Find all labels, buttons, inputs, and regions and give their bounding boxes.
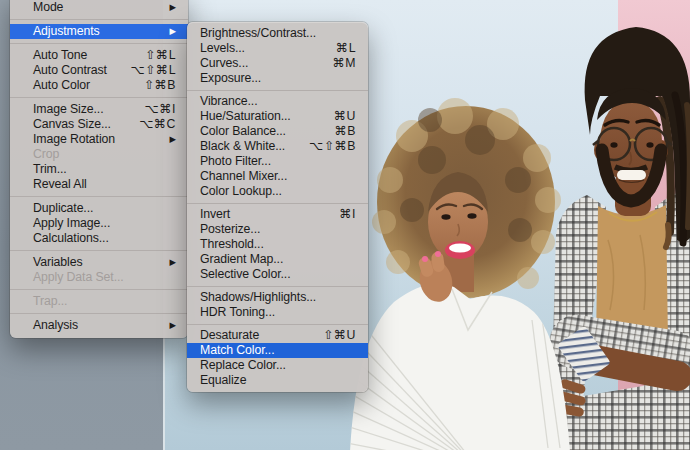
submenu-arrow-icon: ▶ (170, 255, 176, 270)
menu-item-shortcut: ⌥⇧⌘L (130, 63, 176, 78)
menu-item-exposure[interactable]: Exposure... (187, 71, 368, 86)
menu-item-label: Image Rotation (33, 132, 158, 147)
menu-item-trim[interactable]: Trim... (10, 162, 188, 177)
submenu-arrow-icon: ▶ (170, 132, 176, 147)
menu-item-label: Desaturate (200, 328, 311, 343)
menu-item-shortcut: ⌘U (334, 109, 356, 124)
menu-item-label: Shadows/Highlights... (200, 290, 356, 305)
menu-item-auto-tone[interactable]: Auto Tone⇧⌘L (10, 48, 188, 63)
menu-item-shortcut: ⇧⌘B (144, 78, 176, 93)
menu-item-color-lookup[interactable]: Color Lookup... (187, 184, 368, 199)
menu-item-black-white[interactable]: Black & White...⌥⇧⌘B (187, 139, 368, 154)
menu-item-label: Selective Color... (200, 267, 356, 282)
menu-item-equalize[interactable]: Equalize (187, 373, 368, 388)
menu-item-levels[interactable]: Levels...⌘L (187, 41, 368, 56)
menu-item-label: Channel Mixer... (200, 169, 356, 184)
menu-item-auto-contrast[interactable]: Auto Contrast⌥⇧⌘L (10, 63, 188, 78)
menu-item-label: Photo Filter... (200, 154, 356, 169)
menu-separator (10, 19, 188, 20)
menu-item-selective-color[interactable]: Selective Color... (187, 267, 368, 282)
menu-item-shortcut: ⇧⌘L (145, 48, 176, 63)
menu-separator (187, 286, 368, 287)
menu-item-label: Threshold... (200, 237, 356, 252)
menu-item-label: Gradient Map... (200, 252, 356, 267)
menu-item-label: Apply Image... (33, 216, 176, 231)
menu-item-label: Levels... (200, 41, 324, 56)
menu-item-label: Equalize (200, 373, 356, 388)
menu-item-label: Mode (33, 0, 158, 15)
menu-item-label: Duplicate... (33, 201, 176, 216)
menu-separator (10, 250, 188, 251)
menu-separator (10, 313, 188, 314)
menu-item-canvas-size[interactable]: Canvas Size...⌥⌘C (10, 117, 188, 132)
menu-item-adjustments[interactable]: Adjustments▶ (10, 24, 188, 39)
screenshot-stage: Mode▶Adjustments▶Auto Tone⇧⌘LAuto Contra… (0, 0, 690, 450)
menu-separator (10, 97, 188, 98)
adjustments-submenu-panel: Brightness/Contrast...Levels...⌘LCurves.… (187, 22, 368, 392)
menu-item-label: Auto Tone (33, 48, 133, 63)
menu-item-label: Auto Color (33, 78, 132, 93)
menu-item-shortcut: ⌥⌘C (139, 117, 176, 132)
menu-item-channel-mixer[interactable]: Channel Mixer... (187, 169, 368, 184)
menu-item-brightness-contrast[interactable]: Brightness/Contrast... (187, 26, 368, 41)
menu-item-shortcut: ⌘B (335, 124, 357, 139)
menu-item-match-color[interactable]: Match Color... (187, 343, 368, 358)
menu-item-hue-saturation[interactable]: Hue/Saturation...⌘U (187, 109, 368, 124)
menu-item-posterize[interactable]: Posterize... (187, 222, 368, 237)
menu-item-image-rotation[interactable]: Image Rotation▶ (10, 132, 188, 147)
menu-separator (10, 43, 188, 44)
menu-item-desaturate[interactable]: Desaturate⇧⌘U (187, 328, 368, 343)
menu-item-trap: Trap... (10, 294, 188, 309)
menu-item-hdr-toning[interactable]: HDR Toning... (187, 305, 368, 320)
menu-item-crop: Crop (10, 147, 188, 162)
menu-item-label: Exposure... (200, 71, 356, 86)
menu-item-label: Apply Data Set... (33, 270, 176, 285)
menu-item-color-balance[interactable]: Color Balance...⌘B (187, 124, 368, 139)
menu-item-label: Invert (200, 207, 327, 222)
menu-item-invert[interactable]: Invert⌘I (187, 207, 368, 222)
menu-item-label: Variables (33, 255, 158, 270)
menu-item-replace-color[interactable]: Replace Color... (187, 358, 368, 373)
menu-item-vibrance[interactable]: Vibrance... (187, 94, 368, 109)
menu-item-label: Replace Color... (200, 358, 356, 373)
menu-item-label: Reveal All (33, 177, 176, 192)
menu-item-calculations[interactable]: Calculations... (10, 231, 188, 246)
menu-item-mode[interactable]: Mode▶ (10, 0, 188, 15)
menu-item-label: Black & White... (200, 139, 297, 154)
menu-item-label: Canvas Size... (33, 117, 127, 132)
menu-item-duplicate[interactable]: Duplicate... (10, 201, 188, 216)
menu-item-apply-image[interactable]: Apply Image... (10, 216, 188, 231)
menu-item-label: Vibrance... (200, 94, 356, 109)
menu-item-label: Posterize... (200, 222, 356, 237)
menu-item-label: Match Color... (200, 343, 356, 358)
menu-item-gradient-map[interactable]: Gradient Map... (187, 252, 368, 267)
submenu-arrow-icon: ▶ (170, 0, 176, 15)
menu-item-photo-filter[interactable]: Photo Filter... (187, 154, 368, 169)
menu-item-image-size[interactable]: Image Size...⌥⌘I (10, 102, 188, 117)
menu-item-label: Auto Contrast (33, 63, 118, 78)
menu-item-label: Calculations... (33, 231, 176, 246)
menu-item-shortcut: ⌥⌘I (145, 102, 176, 117)
menu-item-shadows-highlights[interactable]: Shadows/Highlights... (187, 290, 368, 305)
menu-item-shortcut: ⇧⌘U (323, 328, 356, 343)
menu-item-auto-color[interactable]: Auto Color⇧⌘B (10, 78, 188, 93)
man-smile (617, 170, 646, 180)
menu-separator (187, 324, 368, 325)
menu-item-threshold[interactable]: Threshold... (187, 237, 368, 252)
menu-item-shortcut: ⌥⇧⌘B (309, 139, 356, 154)
menu-item-label: Brightness/Contrast... (200, 26, 356, 41)
menu-item-reveal-all[interactable]: Reveal All (10, 177, 188, 192)
menu-item-label: Trap... (33, 294, 176, 309)
menu-item-label: Color Lookup... (200, 184, 356, 199)
menu-item-analysis[interactable]: Analysis▶ (10, 318, 188, 333)
menu-item-label: HDR Toning... (200, 305, 356, 320)
menu-item-shortcut: ⌘M (332, 56, 356, 71)
menu-item-label: Crop (33, 147, 176, 162)
menu-separator (187, 90, 368, 91)
menu-item-curves[interactable]: Curves...⌘M (187, 56, 368, 71)
menu-item-label: Adjustments (33, 24, 158, 39)
menu-item-shortcut: ⌘I (339, 207, 356, 222)
menu-separator (10, 289, 188, 290)
menu-item-variables[interactable]: Variables▶ (10, 255, 188, 270)
menu-item-label: Image Size... (33, 102, 133, 117)
